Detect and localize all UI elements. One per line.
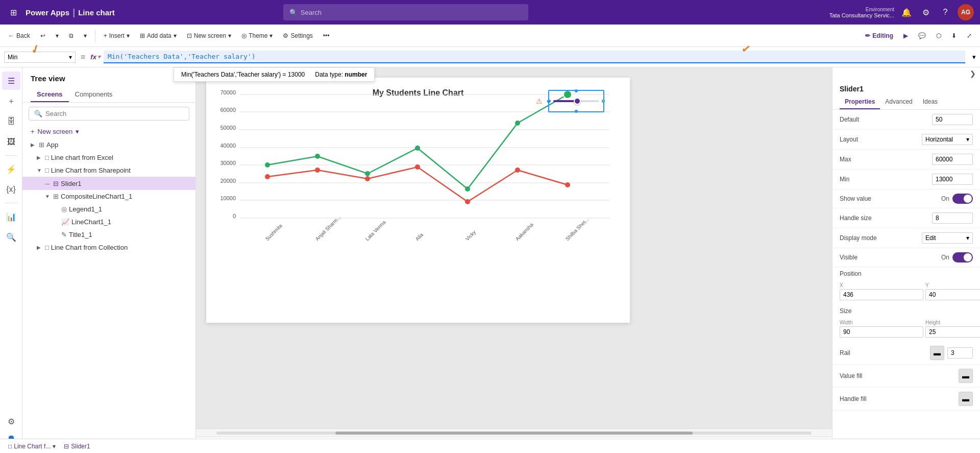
notifications-icon[interactable]: 🔔: [899, 5, 914, 19]
copy-dropdown[interactable]: ▾: [80, 30, 91, 41]
editing-button[interactable]: ✏ Editing: [861, 30, 897, 41]
svg-text:50000: 50000: [220, 125, 236, 131]
svg-text:70000: 70000: [220, 89, 236, 96]
tree-panel-header: Tree view ✕: [22, 67, 195, 87]
more-button[interactable]: •••: [319, 30, 334, 41]
prop-min-input[interactable]: [932, 174, 973, 185]
prop-layout-select[interactable]: Horizontal ▾: [922, 134, 973, 145]
copy-button[interactable]: ⧉: [65, 30, 78, 41]
save-button[interactable]: ⬇: [947, 30, 961, 41]
tree-panel: Tree view ✕ Screens Components 🔍 + New s…: [22, 67, 196, 453]
prop-default-input[interactable]: [932, 114, 973, 125]
search-input[interactable]: [301, 9, 522, 16]
tree-search-box[interactable]: 🔍: [29, 107, 189, 121]
analytics-icon[interactable]: 📊: [2, 207, 20, 226]
prop-displaymode-select[interactable]: Edit ▾: [922, 232, 973, 244]
tab-ideas[interactable]: Ideas: [918, 95, 943, 109]
tree-view-icon[interactable]: ☰: [2, 71, 20, 90]
canvas-slider-widget[interactable]: ⚠ ▾: [536, 97, 599, 105]
position-x-input[interactable]: [840, 289, 923, 300]
size-height-input[interactable]: [925, 326, 980, 338]
insert-button[interactable]: + Insert ▾: [100, 30, 134, 41]
tree-item-linechart[interactable]: 📈 LineChart1_1: [22, 216, 195, 228]
tree-item-composite[interactable]: ▼ ⊞ CompositeLineChart1_1: [22, 190, 195, 203]
rail-value-input[interactable]: [947, 347, 973, 359]
tree-item-legend[interactable]: ◎ Legend1_1: [22, 203, 195, 216]
data-panel-icon[interactable]: 🗄: [2, 112, 20, 131]
tab-properties[interactable]: Properties: [840, 95, 880, 109]
title-icon: ✎: [61, 231, 67, 239]
tree-item-slider1[interactable]: — ⊟ Slider1 •••: [22, 177, 195, 190]
handlefill-btn[interactable]: ▬: [959, 392, 973, 406]
status-chevron[interactable]: ▾: [53, 443, 56, 450]
top-nav-right: Environment Tata Consultancy Servic... 🔔…: [829, 4, 974, 20]
new-screen-button[interactable]: ⊡ New screen ▾: [183, 30, 235, 41]
canvas-scroll[interactable]: My Students Line Chart 0 10000 20000 300…: [196, 67, 832, 428]
slider-dropdown[interactable]: ▾: [547, 99, 549, 104]
valuefill-btn[interactable]: ▬: [959, 369, 973, 383]
search-bar[interactable]: 🔍: [283, 4, 528, 20]
svg-point-33: [415, 164, 420, 170]
rail-color-btn[interactable]: ▬: [930, 346, 944, 360]
back-button[interactable]: ← Back: [4, 30, 34, 41]
help-icon[interactable]: ?: [938, 5, 952, 19]
tree-item-collection[interactable]: ▶ □ Line Chart from Collection: [22, 241, 195, 254]
svg-text:Aakansha: Aakansha: [514, 222, 535, 242]
settings-button[interactable]: ⚙ Settings: [279, 30, 316, 41]
svg-point-30: [265, 174, 270, 179]
tree-item-excel[interactable]: ▶ □ Line chart from Excel: [22, 151, 195, 164]
media-panel-icon[interactable]: 🖼: [2, 133, 20, 151]
canvas-area: My Students Line Chart 0 10000 20000 300…: [196, 67, 832, 453]
settings-bottom-icon[interactable]: ⚙: [2, 412, 20, 431]
tree-item-sharepoint[interactable]: ▼ □ Line Chart from Sharepoint: [22, 164, 195, 177]
fullscreen-button[interactable]: ⤢: [963, 30, 976, 41]
prop-visible-toggle[interactable]: [952, 252, 973, 263]
tree-search-input[interactable]: [45, 110, 184, 117]
formula-expand[interactable]: ▾: [972, 53, 976, 61]
collapse-icon[interactable]: ❯: [970, 69, 976, 78]
play-button[interactable]: ▶: [899, 30, 912, 41]
svg-point-34: [465, 199, 470, 204]
add-data-button[interactable]: ⊞ Add data ▾: [136, 30, 181, 41]
search-panel-icon[interactable]: 🔍: [2, 228, 20, 246]
size-w-col: Width: [840, 320, 923, 338]
insert-panel-icon[interactable]: ＋: [2, 92, 20, 110]
status-bar: □ Line Chart f... ▾ ⊟ Slider1: [0, 439, 980, 453]
tree-item-app[interactable]: ▶ ⊞ App: [22, 138, 195, 151]
undo-dropdown[interactable]: ▾: [52, 30, 63, 41]
publish-button[interactable]: ⬡: [932, 30, 945, 41]
size-width-input[interactable]: [840, 326, 923, 338]
tab-components[interactable]: Components: [69, 87, 119, 102]
warning-icon: ⚠: [536, 97, 543, 105]
tab-screens[interactable]: Screens: [31, 87, 69, 102]
prop-handlesize-input[interactable]: [932, 212, 973, 224]
svg-text:40000: 40000: [220, 142, 236, 149]
formula-input[interactable]: [104, 51, 965, 63]
prop-handlesize: Handle size: [832, 208, 980, 228]
power-automate-icon[interactable]: ⚡: [2, 160, 20, 178]
formula-result: Min('Teachers Data','Teacher salary') = …: [181, 71, 305, 78]
comment-button[interactable]: 💬: [914, 30, 930, 41]
prop-max-input[interactable]: [932, 154, 973, 165]
grid-icon[interactable]: ⊞: [6, 5, 20, 19]
slider-track-visual[interactable]: [553, 100, 599, 102]
variables-icon[interactable]: {x}: [2, 180, 20, 199]
undo-button[interactable]: ↩: [36, 30, 50, 41]
tab-advanced[interactable]: Advanced: [880, 95, 917, 109]
equals-sign: =: [79, 53, 87, 62]
avatar[interactable]: AG: [958, 4, 974, 20]
right-panel-collapse[interactable]: ❯: [832, 67, 980, 80]
data-type-value: number: [345, 71, 367, 78]
settings-icon[interactable]: ⚙: [919, 5, 933, 19]
position-y-input[interactable]: [925, 289, 980, 300]
tree-item-title[interactable]: ✎ Title1_1: [22, 228, 195, 241]
pencil-icon: ✏: [865, 32, 870, 39]
theme-button[interactable]: ◎ Theme ▾: [237, 30, 277, 41]
add-screen-button[interactable]: + New screen ▾: [22, 125, 195, 138]
screen-icon: □: [45, 166, 49, 174]
prop-showvalue-toggle[interactable]: [952, 194, 973, 204]
svg-point-35: [515, 168, 520, 173]
sep1: [95, 30, 95, 42]
canvas-hscrollbar[interactable]: [196, 428, 832, 437]
composite-icon: ⊞: [53, 193, 59, 200]
